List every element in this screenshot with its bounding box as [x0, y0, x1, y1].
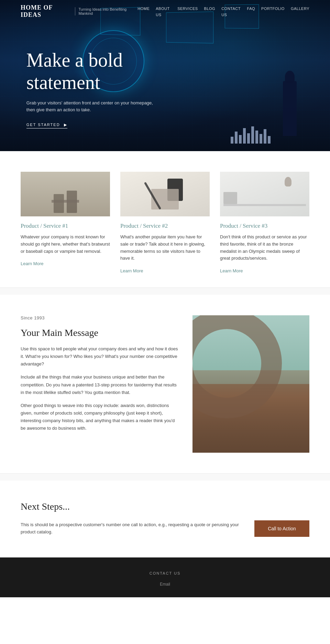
service-card-1: Product / Service #1 Whatever your compa… — [21, 172, 110, 274]
about-para-1: Use this space to tell people what your … — [21, 345, 179, 368]
hero-content: Make a bold statement Grab your visitors… — [26, 49, 157, 128]
about-para-3: Other good things to weave into this cop… — [21, 402, 179, 432]
about-text-block: Since 1993 Your Main Message Use this sp… — [21, 315, 179, 438]
next-steps-inner: This is should be a prospective customer… — [21, 520, 309, 537]
about-since: Since 1993 — [21, 315, 179, 320]
bar-6 — [251, 126, 254, 144]
chair-left — [54, 194, 64, 213]
service-3-title: Product / Service #3 — [220, 223, 309, 229]
service-1-title: Product / Service #1 — [21, 223, 110, 229]
shelf-item-1 — [223, 192, 237, 204]
bar-2 — [235, 132, 238, 144]
section-gap-1 — [0, 288, 330, 295]
hero-subtext: Grab your visitors' attention front and … — [26, 100, 157, 113]
navigation: HOME OF IDEAS Turning Ideas into Benefit… — [0, 0, 330, 23]
cta-arrow-icon: ▶ — [64, 123, 67, 127]
bar-4 — [243, 128, 246, 144]
shelf-vase — [285, 177, 292, 187]
service-2-learn-more[interactable]: Learn More — [120, 268, 143, 273]
nav-item-contact[interactable]: CONTACT US — [221, 5, 241, 18]
about-inner: Since 1993 Your Main Message Use this sp… — [21, 315, 309, 453]
hero-figure — [276, 67, 304, 136]
hero-get-started-button[interactable]: GET STARTED ▶ — [26, 123, 67, 128]
bar-3 — [239, 135, 242, 144]
about-image — [192, 315, 309, 453]
shelf — [223, 204, 306, 206]
services-section: Product / Service #1 Whatever your compa… — [0, 151, 330, 287]
brand-tagline: Turning Ideas into Benefiting Mankind — [75, 7, 138, 15]
service-2-title: Product / Service #2 — [120, 223, 210, 229]
next-steps-text: This is should be a prospective customer… — [21, 521, 241, 536]
service-image-3 — [220, 172, 309, 216]
services-grid: Product / Service #1 Whatever your compa… — [21, 172, 309, 274]
service-1-learn-more[interactable]: Learn More — [21, 261, 43, 266]
bar-8 — [260, 134, 262, 144]
hero-bar-chart — [231, 126, 271, 144]
about-section: Since 1993 Your Main Message Use this sp… — [0, 295, 330, 473]
service-card-2: Product / Service #2 What's another popu… — [120, 172, 210, 274]
nav-item-home[interactable]: HOME — [138, 5, 150, 18]
nav-menu: HOME ABOUT US SERVICES BLOG CONTACT US F… — [138, 5, 309, 18]
service-2-desc: What's another popular item you have for… — [120, 234, 210, 262]
nav-item-portfolio[interactable]: PORTFOLIO — [261, 5, 285, 18]
nav-item-about[interactable]: ABOUT US — [156, 5, 171, 18]
bar-7 — [255, 131, 258, 144]
bar-1 — [231, 137, 233, 144]
service-1-desc: Whatever your company is most known for … — [21, 234, 110, 255]
service-image-2 — [120, 172, 210, 216]
nav-item-gallery[interactable]: GALLERY — [291, 5, 309, 18]
footer: CONTACT US Email — [0, 557, 330, 597]
brand: HOME OF IDEAS Turning Ideas into Benefit… — [21, 4, 138, 19]
nav-item-blog[interactable]: BLOG — [204, 5, 216, 18]
bar-5 — [247, 133, 250, 144]
figure-body — [283, 81, 297, 136]
section-gap-2 — [0, 474, 330, 481]
service-card-3: Product / Service #3 Don't think of this… — [220, 172, 309, 274]
about-para-2: Include all the things that make your bu… — [21, 373, 179, 396]
hero-section: HOME OF IDEAS Turning Ideas into Benefit… — [0, 0, 330, 151]
next-steps-section: Next Steps... This is should be a prospe… — [0, 481, 330, 557]
call-to-action-button[interactable]: Call to Action — [254, 520, 309, 537]
service-3-learn-more[interactable]: Learn More — [220, 268, 243, 273]
hero-headline: Make a bold statement — [26, 49, 157, 93]
nav-item-services[interactable]: SERVICES — [177, 5, 198, 18]
service-image-1 — [21, 172, 110, 216]
nav-item-faq[interactable]: FAQ — [247, 5, 255, 18]
next-steps-heading: Next Steps... — [21, 501, 309, 512]
chair-scene — [21, 172, 110, 216]
bar-9 — [264, 129, 266, 144]
table — [52, 200, 79, 203]
logo-text: HOME OF IDEAS — [21, 4, 72, 19]
footer-contact-label: CONTACT US — [21, 571, 309, 575]
about-heading: Your Main Message — [21, 327, 179, 338]
service-3-desc: Don't think of this product or service a… — [220, 234, 309, 262]
footer-email-link[interactable]: Email — [160, 582, 170, 587]
bar-10 — [268, 136, 271, 144]
